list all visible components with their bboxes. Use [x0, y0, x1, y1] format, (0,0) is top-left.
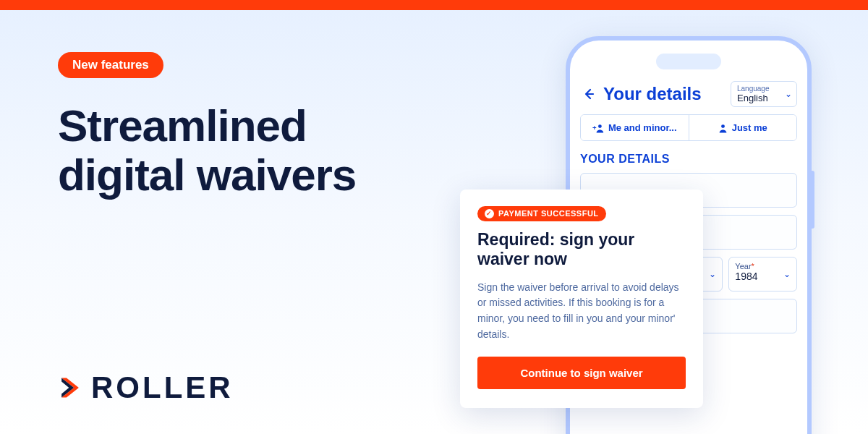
brand-logo: ROLLER: [58, 370, 234, 405]
arrow-left-icon: [583, 88, 595, 100]
section-heading: YOUR DETAILS: [580, 153, 797, 166]
payment-status-badge: ✓ PAYMENT SUCCESSFUL: [477, 206, 606, 221]
year-label: Year: [735, 262, 751, 271]
card-body-text: Sign the waiver before arrival to avoid …: [477, 280, 686, 343]
chevron-down-icon: ⌄: [783, 269, 791, 279]
continue-sign-waiver-button[interactable]: Continue to sign waiver: [477, 357, 686, 389]
dob-year-field[interactable]: Year* 1984 ⌄: [728, 257, 797, 292]
page-title: Your details: [603, 84, 725, 104]
svg-text:+: +: [592, 124, 597, 132]
language-value: English: [737, 93, 780, 103]
top-accent-bar: [0, 0, 868, 10]
segment-me-and-minor-label: Me and minor...: [608, 122, 677, 133]
chevron-down-icon: ⌄: [785, 89, 792, 99]
svg-point-1: [598, 124, 602, 128]
phone-header: Your details Language English ⌄: [580, 81, 797, 107]
feature-badge: New features: [58, 52, 163, 78]
hero-headline: Streamlined digital waivers: [58, 101, 356, 200]
person-icon: [718, 123, 728, 133]
language-label: Language: [737, 85, 780, 93]
roller-chevron-icon: [58, 375, 82, 400]
waiver-prompt-card: ✓ PAYMENT SUCCESSFUL Required: sign your…: [460, 190, 703, 408]
party-segment-control: + Me and minor... Just me: [580, 114, 797, 141]
headline-line-2: digital waivers: [58, 150, 356, 200]
group-add-icon: +: [592, 123, 604, 133]
card-title: Required: sign your waiver now: [477, 230, 686, 270]
hero-copy: New features Streamlined digital waivers: [58, 52, 356, 200]
status-text: PAYMENT SUCCESSFUL: [498, 209, 599, 218]
phone-side-button: [810, 171, 814, 229]
segment-just-me-label: Just me: [732, 122, 767, 133]
segment-me-and-minor[interactable]: + Me and minor...: [581, 115, 689, 140]
back-button[interactable]: [580, 85, 597, 103]
language-selector[interactable]: Language English ⌄: [731, 81, 797, 107]
brand-wordmark: ROLLER: [91, 370, 234, 405]
required-asterisk: *: [752, 262, 754, 271]
marketing-canvas: New features Streamlined digital waivers…: [0, 0, 868, 434]
year-value: 1984: [735, 271, 791, 282]
svg-point-2: [721, 124, 725, 128]
check-circle-icon: ✓: [485, 209, 494, 218]
segment-just-me[interactable]: Just me: [689, 115, 797, 140]
chevron-down-icon: ⌄: [709, 269, 716, 279]
headline-line-1: Streamlined: [58, 101, 307, 150]
